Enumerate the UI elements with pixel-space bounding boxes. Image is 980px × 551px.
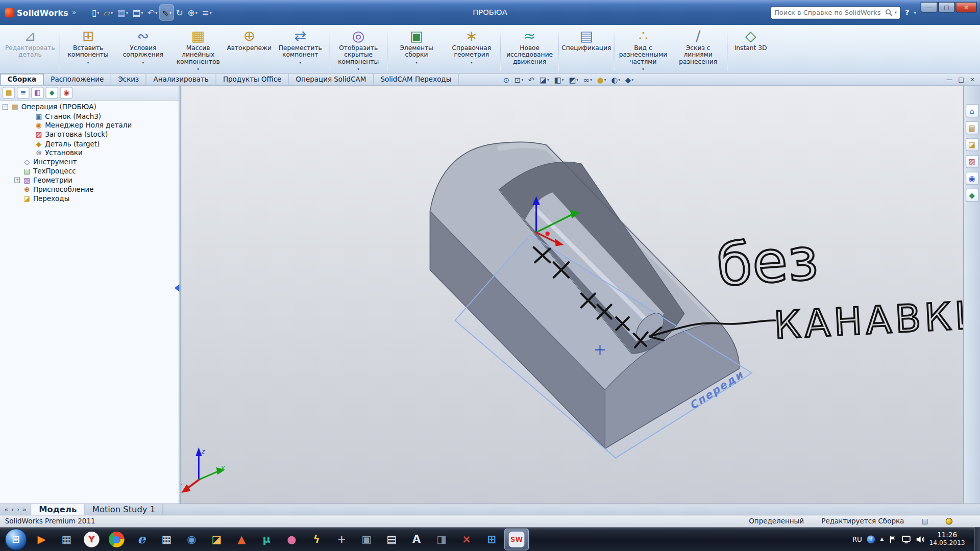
- tab-solidcam-transitions[interactable]: SolidCAM Переходы: [374, 73, 459, 85]
- hide-show-items-icon[interactable]: ∞ ▾: [583, 76, 592, 84]
- rebuild-icon[interactable]: ↻: [174, 5, 185, 20]
- explode-lines-button[interactable]: ∕ Эскиз с линиями разнесения: [671, 26, 726, 72]
- dimxpert-tab-icon[interactable]: ◆: [45, 87, 58, 98]
- view-orientation-icon[interactable]: ◧ ▾: [554, 76, 564, 84]
- doc-minimize-button[interactable]: —: [946, 76, 952, 83]
- configurationmanager-tab-icon[interactable]: ◧: [31, 87, 43, 98]
- taskbar-console[interactable]: ▣: [355, 529, 378, 549]
- taskbar-yandex-browser[interactable]: Y: [80, 529, 103, 549]
- instant3d-button[interactable]: ◇ Instant 3D: [729, 26, 773, 72]
- dropdown-caret-icon[interactable]: ▾: [97, 10, 100, 15]
- dropdown-caret-icon[interactable]: ▾: [141, 10, 143, 15]
- dropdown-caret-icon[interactable]: ▾: [576, 78, 578, 82]
- dropdown-caret-icon[interactable]: ▾: [618, 78, 620, 82]
- tree-expander-icon[interactable]: [26, 141, 32, 146]
- titlebar-caret-icon[interactable]: ▾: [914, 10, 916, 15]
- taskbar-solidworks[interactable]: SW: [505, 529, 528, 549]
- tree-expander-icon[interactable]: [26, 132, 32, 137]
- taskbar-chrome[interactable]: ●: [105, 529, 128, 549]
- print-icon[interactable]: ▤ ▾: [130, 5, 144, 20]
- dropdown-caret-icon[interactable]: ▾: [155, 10, 157, 15]
- tab-evaluate[interactable]: Анализировать: [146, 73, 216, 85]
- dropdown-caret-icon[interactable]: ▾: [299, 59, 301, 65]
- search-input[interactable]: [774, 9, 882, 16]
- dropdown-caret-icon[interactable]: ▾: [195, 10, 198, 15]
- search-scope-caret-icon[interactable]: ▾: [895, 10, 897, 15]
- search-icon[interactable]: [885, 7, 892, 18]
- dropdown-caret-icon[interactable]: ▾: [197, 66, 199, 72]
- dropdown-caret-icon[interactable]: ▾: [590, 78, 592, 82]
- model-tab[interactable]: Модель: [32, 504, 85, 515]
- insert-components-button[interactable]: ⊞ Вставить компоненты ▾: [61, 26, 116, 72]
- tree-item-fixture[interactable]: ⊕ Приспособление: [0, 185, 179, 194]
- dropdown-caret-icon[interactable]: ▾: [357, 66, 359, 72]
- bill-of-materials-button[interactable]: ▤ Спецификация: [560, 26, 612, 72]
- taskbar-utorrent[interactable]: µ: [255, 529, 278, 549]
- scroll-last-icon[interactable]: »: [22, 506, 27, 513]
- file-explorer-icon[interactable]: ◪: [965, 138, 978, 152]
- tab-assembly[interactable]: Сборка: [0, 73, 44, 85]
- new-motion-study-button[interactable]: ≈ Новое исследование движения: [502, 26, 557, 72]
- taskbar-font-app[interactable]: A: [405, 529, 428, 549]
- tree-expander-icon[interactable]: [26, 113, 32, 119]
- quick-tips-icon[interactable]: ▤: [922, 517, 928, 525]
- select-icon[interactable]: ⇖ ▾: [160, 5, 174, 20]
- taskbar-designer[interactable]: ×: [455, 529, 478, 549]
- taskbar-audio-tool[interactable]: +: [330, 529, 353, 549]
- graphics-viewport[interactable]: Спереди z y x: [181, 86, 963, 504]
- featuremanager-tab-icon[interactable]: ▦: [3, 87, 15, 98]
- dropdown-caret-icon[interactable]: ▾: [210, 10, 212, 15]
- taskbar-internet-explorer[interactable]: e: [130, 529, 153, 549]
- scroll-first-icon[interactable]: «: [5, 506, 9, 513]
- zoom-area-icon[interactable]: ⊡ ▾: [514, 76, 523, 84]
- new-document-icon[interactable]: ▯ ▾: [90, 5, 101, 20]
- toolbox-icon[interactable]: ▨: [965, 155, 978, 168]
- status-sphere-icon[interactable]: [946, 518, 952, 524]
- tree-item-tool[interactable]: ◇ Инструмент: [0, 158, 179, 167]
- save-icon[interactable]: ▦ ▾: [115, 5, 130, 20]
- dropdown-caret-icon[interactable]: ▾: [111, 10, 113, 15]
- reference-geometry-button[interactable]: ∗ Справочная геометрия ▾: [444, 26, 499, 72]
- tab-solidcam-operation[interactable]: Операция SolidCAM: [289, 73, 374, 85]
- apply-scene-icon[interactable]: ◐ ▾: [611, 76, 620, 84]
- section-view-icon[interactable]: ◪ ▾: [540, 76, 549, 84]
- custom-properties-icon[interactable]: ◆: [965, 189, 978, 202]
- taskbar-media-player[interactable]: ▶: [30, 529, 53, 549]
- tree-item-process[interactable]: ▤ ТехПроцесс: [0, 167, 179, 176]
- tree-item-zero-manager[interactable]: ◉ Менеджер Ноля детали: [0, 121, 179, 130]
- options-icon[interactable]: ⊛ ▾: [186, 5, 200, 20]
- dropdown-caret-icon[interactable]: ▾: [142, 59, 144, 65]
- help-icon[interactable]: ?: [905, 8, 910, 17]
- zoom-fit-icon[interactable]: ⊙: [503, 76, 509, 84]
- scroll-prev-icon[interactable]: ‹: [11, 506, 14, 513]
- open-icon[interactable]: ▱ ▾: [102, 5, 114, 20]
- appearances-icon[interactable]: ◉: [965, 172, 978, 185]
- edit-part-button[interactable]: ⊿ Редактировать деталь: [3, 26, 58, 72]
- taskbar-power-tool[interactable]: ϟ: [305, 529, 328, 549]
- volume-icon[interactable]: [916, 535, 924, 543]
- mate-button[interactable]: ∾ Условия сопряжения ▾: [116, 26, 171, 72]
- action-center-icon[interactable]: ?: [867, 535, 875, 543]
- edit-appearance-icon[interactable]: ● ▾: [597, 76, 606, 84]
- undo-icon[interactable]: ↶ ▾: [145, 5, 159, 20]
- taskbar-photo-album[interactable]: ◨: [430, 529, 453, 549]
- dropdown-caret-icon[interactable]: ▾: [471, 59, 473, 65]
- tree-item-transitions[interactable]: ◪ Переходы: [0, 194, 179, 204]
- tree-item-geometries[interactable]: + ▧ Геометрии: [0, 176, 179, 185]
- tree-expander-icon[interactable]: [26, 122, 32, 128]
- tree-expander-icon[interactable]: [14, 196, 20, 202]
- show-hidden-components-button[interactable]: ◎ Отобразить скрытые компоненты ▾: [331, 26, 386, 72]
- restore-button[interactable]: □: [938, 2, 955, 13]
- tree-item-setups[interactable]: ⊚ Установки: [0, 148, 179, 158]
- taskbar-screen-viewer[interactable]: ▦: [55, 529, 78, 549]
- taskbar-paint[interactable]: ●: [280, 529, 303, 549]
- tree-expander-icon[interactable]: [14, 159, 20, 165]
- move-component-button[interactable]: ⇄ Переместить компонент ▾: [273, 26, 328, 72]
- tree-item-target[interactable]: ◆ Деталь (target): [0, 139, 179, 148]
- display-icon[interactable]: [902, 535, 911, 543]
- show-desktop-button[interactable]: [974, 527, 980, 551]
- taskbar-explorer[interactable]: ◪: [205, 529, 228, 549]
- tree-item-operation[interactable]: − ▦ Операция (ПРОБЮА): [0, 103, 179, 112]
- dropdown-caret-icon[interactable]: ▾: [562, 78, 564, 82]
- taskbar-calculator[interactable]: ▦: [155, 529, 178, 549]
